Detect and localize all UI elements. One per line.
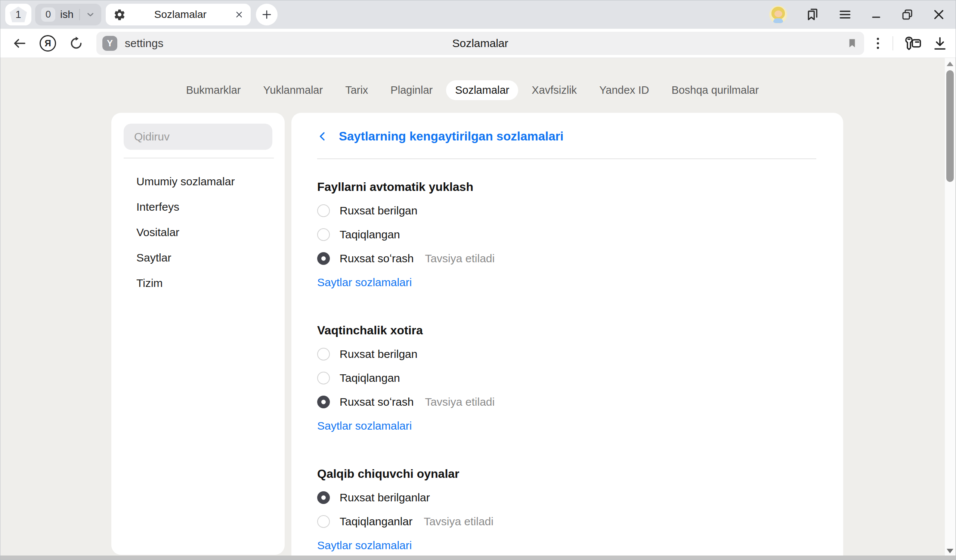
radio-label: Ruxsat soʻrash xyxy=(340,396,414,408)
window-bottom-edge xyxy=(0,555,956,560)
scrollbar[interactable] xyxy=(944,58,955,555)
reload-icon[interactable] xyxy=(69,36,84,51)
search-input[interactable] xyxy=(124,124,272,150)
radio-selected-icon[interactable] xyxy=(317,491,330,504)
all-tabs-button[interactable]: 1 xyxy=(5,4,31,25)
bookmark-icon[interactable] xyxy=(846,37,858,49)
yandex-logo-icon[interactable]: Я xyxy=(39,35,56,52)
scrollbar-thumb[interactable] xyxy=(946,70,954,182)
radio-unselected-icon[interactable] xyxy=(317,228,330,241)
address-bar-page-title: Sozlamalar xyxy=(96,37,864,50)
settings-sidebar: Umumiy sozlamalarInterfeysVositalarSaytl… xyxy=(111,113,285,555)
nav-tab-sozlamalar[interactable]: Sozlamalar xyxy=(446,80,518,100)
downloads-icon[interactable] xyxy=(932,36,948,51)
radio-label: Ruxsat soʻrash xyxy=(340,252,414,265)
radio-label: Ruxsat berilgan xyxy=(340,204,417,217)
header-divider xyxy=(317,158,816,159)
site-settings-link[interactable]: Saytlar sozlamalari xyxy=(317,537,412,554)
sidebar-list: Umumiy sozlamalarInterfeysVositalarSaytl… xyxy=(111,169,285,296)
tab-counter-value: 1 xyxy=(15,9,21,20)
address-bar[interactable]: Y settings Sozlamalar xyxy=(96,32,864,55)
tab-group-count: 0 xyxy=(41,8,55,22)
settings-page: BukmarklarYuklanmalarTarixPlaginlarSozla… xyxy=(0,58,956,560)
radio-selected-icon[interactable] xyxy=(317,252,330,265)
bookmarks-panel-icon[interactable] xyxy=(805,7,820,22)
sidebar-divider xyxy=(124,158,274,158)
radio-option[interactable]: Taqiqlangan xyxy=(317,370,816,386)
radio-option[interactable]: Ruxsat berilgan xyxy=(317,203,816,219)
tab-group-name: ish xyxy=(60,9,74,20)
avatar-dress xyxy=(773,18,783,23)
url-text[interactable]: settings xyxy=(125,37,163,50)
tab-strip: 1 0 ish Sozlamalar xyxy=(0,0,956,29)
nav-tab-yuklanmalar[interactable]: Yuklanmalar xyxy=(255,80,332,100)
tab-group[interactable]: 0 ish xyxy=(35,4,101,25)
minimize-icon[interactable] xyxy=(870,8,883,21)
passwords-icon[interactable] xyxy=(904,35,921,52)
browser-tab-settings[interactable]: Sozlamalar xyxy=(106,4,251,25)
settings-sections: Fayllarni avtomatik yuklashRuxsat berilg… xyxy=(317,179,816,554)
sidebar-item-umumiy-sozlamalar[interactable]: Umumiy sozlamalar xyxy=(111,169,285,194)
scroll-up-arrow-icon[interactable] xyxy=(947,61,953,66)
nav-tab-plaginlar[interactable]: Plaginlar xyxy=(381,80,442,100)
radio-note: Tavsiya etiladi xyxy=(424,515,494,528)
chevron-left-icon[interactable] xyxy=(317,131,329,142)
radio-label: Taqiqlangan xyxy=(340,372,400,384)
radio-unselected-icon[interactable] xyxy=(317,372,330,384)
radio-note: Tavsiya etiladi xyxy=(425,396,495,408)
radio-option[interactable]: Taqiqlangan xyxy=(317,227,816,243)
radio-label: Taqiqlangan xyxy=(340,228,400,241)
sidebar-item-interfeys[interactable]: Interfeys xyxy=(111,194,285,220)
section-title: Vaqtinchalik xotira xyxy=(317,322,816,338)
sidebar-item-vositalar[interactable]: Vositalar xyxy=(111,220,285,245)
close-window-icon[interactable] xyxy=(932,8,945,21)
divider xyxy=(79,9,80,20)
radio-unselected-icon[interactable] xyxy=(317,515,330,528)
section-title: Qalqib chiquvchi oynalar xyxy=(317,466,816,482)
tab-close-icon[interactable] xyxy=(235,11,243,19)
site-badge-letter: Y xyxy=(107,38,113,49)
scroll-down-arrow-icon[interactable] xyxy=(947,549,953,553)
avatar-face xyxy=(774,11,782,17)
radio-selected-icon[interactable] xyxy=(317,396,330,408)
radio-option[interactable]: Ruxsat soʻrashTavsiya etiladi xyxy=(317,394,816,410)
back-icon[interactable] xyxy=(12,36,27,51)
browser-toolbar: Я Y settings Sozlamalar xyxy=(0,29,956,58)
radio-unselected-icon[interactable] xyxy=(317,204,330,217)
sidebar-item-saytlar[interactable]: Saytlar xyxy=(111,245,285,271)
settings-section: Qalqib chiquvchi oynalarRuxsat berilganl… xyxy=(317,466,816,554)
menu-icon[interactable] xyxy=(838,8,852,22)
advanced-settings-header[interactable]: Saytlarning kengaytirilgan sozlamalari xyxy=(317,127,816,146)
radio-label: Ruxsat berilgan xyxy=(340,348,417,360)
site-settings-link[interactable]: Saytlar sozlamalari xyxy=(317,274,412,291)
nav-tab-tarix[interactable]: Tarix xyxy=(336,80,377,100)
settings-nav: BukmarklarYuklanmalarTarixPlaginlarSozla… xyxy=(0,80,945,100)
sidebar-item-tizim[interactable]: Tizim xyxy=(111,271,285,296)
nav-tab-yandex-id[interactable]: Yandex ID xyxy=(590,80,658,100)
nav-tab-boshqa-qurilmalar[interactable]: Boshqa qurilmalar xyxy=(662,80,768,100)
radio-label: Ruxsat berilganlar xyxy=(340,491,430,504)
page-title[interactable]: Saytlarning kengaytirilgan sozlamalari xyxy=(339,129,564,143)
radio-note: Tavsiya etiladi xyxy=(425,252,495,265)
radio-unselected-icon[interactable] xyxy=(317,348,330,360)
radio-option[interactable]: Ruxsat berilganlar xyxy=(317,489,816,506)
toolbar-divider xyxy=(893,36,893,50)
site-settings-link[interactable]: Saytlar sozlamalari xyxy=(317,418,412,434)
profile-avatar[interactable] xyxy=(769,6,787,24)
section-title: Fayllarni avtomatik yuklash xyxy=(317,179,816,195)
nav-tab-bukmarklar[interactable]: Bukmarklar xyxy=(177,80,250,100)
radio-option[interactable]: TaqiqlanganlarTavsiya etiladi xyxy=(317,513,816,530)
site-favicon-badge: Y xyxy=(102,36,117,51)
tab-counter-badge: 1 xyxy=(10,7,27,22)
tab-title: Sozlamalar xyxy=(126,9,235,20)
settings-section: Vaqtinchalik xotiraRuxsat berilganTaqiql… xyxy=(317,322,816,434)
radio-option[interactable]: Ruxsat soʻrashTavsiya etiladi xyxy=(317,250,816,267)
radio-option[interactable]: Ruxsat berilgan xyxy=(317,346,816,362)
settings-section: Fayllarni avtomatik yuklashRuxsat berilg… xyxy=(317,179,816,291)
radio-label: Taqiqlanganlar xyxy=(340,515,412,528)
new-tab-button[interactable] xyxy=(256,4,278,25)
restore-window-icon[interactable] xyxy=(901,8,914,21)
more-options-icon[interactable] xyxy=(874,36,882,50)
nav-tab-xavfsizlik[interactable]: Xavfsizlik xyxy=(523,80,586,100)
chevron-down-icon[interactable] xyxy=(86,10,95,19)
